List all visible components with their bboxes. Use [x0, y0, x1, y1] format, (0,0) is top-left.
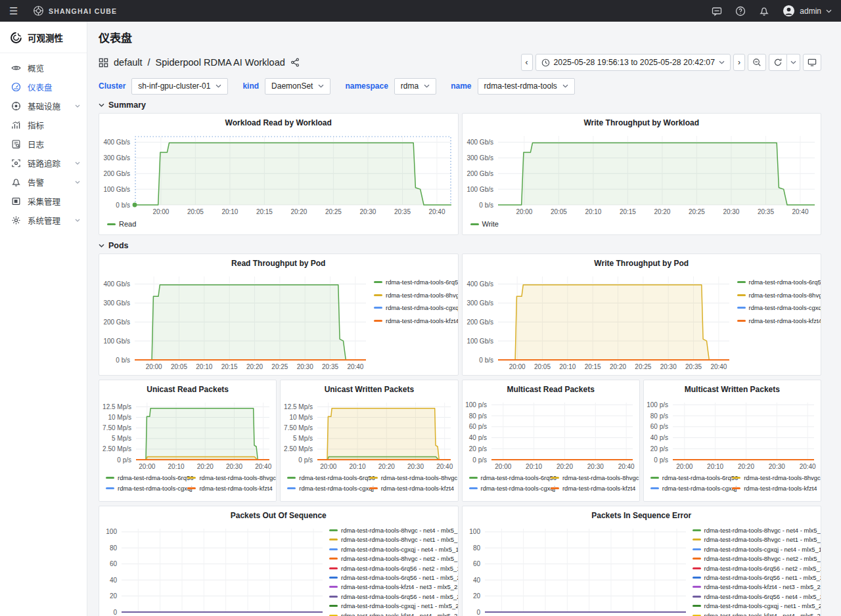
sidebar-item-dashboards[interactable]: 仪表盘 [0, 77, 87, 97]
notifications-bell-icon[interactable] [759, 6, 769, 16]
filter-namespace-dropdown[interactable]: rdma [394, 78, 436, 95]
legend-item[interactable]: rdma-test-rdma-tools-8hvgc [737, 292, 819, 299]
legend-item[interactable]: rdma-test-rdma-tools-8hvgc [187, 474, 269, 481]
legend-item[interactable]: rdma-test-rdma-tools-cgxqj [287, 485, 369, 492]
legend-item[interactable]: rdma-test-rdma-tools-cgxqj [106, 485, 187, 492]
legend-item[interactable]: rdma-test-rdma-tools-6rq56 - net1 - mlx5… [693, 574, 820, 581]
breadcrumb-folder[interactable]: default [114, 57, 143, 68]
panel-title[interactable]: Packets In Sequence Error [463, 510, 821, 523]
packets-out-of-sequence-chart[interactable]: 02040608010020:0020:0520:1020:1520:2020:… [99, 523, 329, 616]
legend-item[interactable]: rdma-test-rdma-tools-cgxqj - net1 - mlx5… [329, 602, 457, 609]
zoom-out-button[interactable] [748, 54, 766, 71]
legend-item[interactable]: rdma-test-rdma-tools-kfzt4 [737, 317, 819, 324]
legend-item[interactable]: Read [107, 220, 136, 228]
sidebar-item-overview[interactable]: 概览 [0, 58, 87, 77]
breadcrumb-dashboard-name[interactable]: Spiderpool RDMA AI Workload [156, 57, 285, 68]
panel-title[interactable]: Multicast Read Packets [463, 384, 639, 397]
legend-item[interactable]: rdma-test-rdma-tools-6rq56 [287, 474, 369, 481]
legend-item[interactable]: rdma-test-rdma-tools-kfzt4 - net3 - mlx5… [329, 583, 457, 590]
sidebar-item-system[interactable]: 系统管理 [0, 211, 87, 230]
panel-title[interactable]: Multicast Written Packets [644, 384, 821, 397]
filter-cluster-dropdown[interactable]: sh-inf-gpu-cluster-01 [131, 78, 228, 95]
workload-read-chart[interactable]: 0 b/s100 Gb/s200 Gb/s300 Gb/s400 Gb/s20:… [99, 130, 458, 217]
filter-kind-dropdown[interactable]: DaemonSet [265, 78, 330, 95]
filter-name-dropdown[interactable]: rdma-test-rdma-tools [478, 78, 575, 95]
section-summary[interactable]: Summary [99, 100, 821, 110]
share-icon[interactable] [290, 58, 300, 67]
legend-item[interactable]: rdma-test-rdma-tools-8hvgc [732, 474, 813, 481]
multicast-written-packets-chart[interactable]: 0 p/s20 p/s40 p/s60 p/s80 p/s100 p/s20:0… [644, 397, 821, 472]
legend-item[interactable]: rdma-test-rdma-tools-cgxqj [374, 304, 455, 311]
help-icon[interactable] [735, 6, 746, 16]
legend-item[interactable]: rdma-test-rdma-tools-8hvgc - net2 - mlx5… [329, 555, 457, 562]
legend-item[interactable]: rdma-test-rdma-tools-cgxqj - net4 - mlx5… [329, 546, 457, 553]
time-range-text: 2025-05-28 19:56:13 to 2025-05-28 20:42:… [554, 58, 715, 67]
sidebar-item-tracing[interactable]: 链路追踪 [0, 154, 87, 173]
legend-item[interactable]: rdma-test-rdma-tools-cgxqj [650, 485, 732, 492]
user-menu[interactable]: admin [783, 5, 832, 17]
legend-item[interactable]: rdma-test-rdma-tools-8hvgc - net1 - mlx5… [693, 536, 820, 543]
multicast-read-packets-chart[interactable]: 0 p/s20 p/s40 p/s60 p/s80 p/s100 p/s20:0… [463, 397, 639, 472]
legend-item[interactable]: rdma-test-rdma-tools-kfzt4 [187, 485, 269, 492]
legend-item[interactable]: rdma-test-rdma-tools-8hvgc - net4 - mlx5… [693, 527, 820, 534]
time-shift-forward-button[interactable]: › [733, 54, 745, 71]
legend-item[interactable]: rdma-test-rdma-tools-kfzt4 [369, 485, 451, 492]
panel-title[interactable]: Read Throughput by Pod [99, 257, 458, 271]
legend-item[interactable]: rdma-test-rdma-tools-6rq56 - net2 - mlx5… [693, 565, 820, 572]
legend-item[interactable]: rdma-test-rdma-tools-kfzt4 [551, 485, 632, 492]
panel-title[interactable]: Write Throughput by Pod [463, 257, 821, 271]
legend-item[interactable]: rdma-test-rdma-tools-6rq56 - net4 - mlx5… [693, 593, 820, 600]
refresh-interval-dropdown[interactable] [787, 54, 800, 71]
packets-in-sequence-error-chart[interactable]: 02040608010020:0020:0520:1020:1520:2020:… [463, 523, 693, 616]
legend-item[interactable]: rdma-test-rdma-tools-6rq56 - net4 - mlx5… [329, 593, 457, 600]
legend-item[interactable]: Write [470, 220, 499, 228]
legend-item[interactable]: rdma-test-rdma-tools-8hvgc [369, 474, 451, 481]
legend-item[interactable]: rdma-test-rdma-tools-6rq56 [106, 474, 187, 481]
legend-item[interactable]: rdma-test-rdma-tools-6rq56 - net1 - mlx5… [329, 574, 457, 581]
write-throughput-pod-chart[interactable]: 0 b/s100 Gb/s200 Gb/s300 Gb/s400 Gb/s20:… [463, 271, 736, 372]
legend-item[interactable]: rdma-test-rdma-tools-8hvgc - net1 - mlx5… [329, 536, 457, 543]
tv-mode-button[interactable] [803, 54, 821, 71]
panel-title[interactable]: Unicast Written Packets [281, 384, 457, 397]
legend-item[interactable]: rdma-test-rdma-tools-6rq56 [737, 278, 819, 286]
legend-item[interactable]: rdma-test-rdma-tools-kfzt4 - net4 - mlx5… [329, 612, 457, 616]
legend-item[interactable]: rdma-test-rdma-tools-8hvgc [551, 474, 632, 481]
message-icon[interactable] [712, 6, 722, 16]
unicast-written-packets-chart[interactable]: 0 p/s2.50 Mp/s5 Mp/s7.50 Mp/s10 Mp/s12.5… [281, 397, 457, 472]
legend-item[interactable]: rdma-test-rdma-tools-6rq56 [469, 474, 551, 481]
unicast-read-packets-chart[interactable]: 0 p/s2.50 Mp/s5 Mp/s7.50 Mp/s10 Mp/s12.5… [99, 397, 276, 472]
write-throughput-workload-chart[interactable]: 0 b/s100 Gb/s200 Gb/s300 Gb/s400 Gb/s20:… [463, 130, 821, 217]
sidebar-item-logs[interactable]: 日志 [0, 135, 87, 154]
time-range-picker[interactable]: 2025-05-28 19:56:13 to 2025-05-28 20:42:… [535, 54, 731, 71]
panel-title[interactable]: Packets Out Of Sequence [99, 510, 458, 523]
legend-item[interactable]: rdma-test-rdma-tools-kfzt4 - net3 - mlx5… [693, 583, 820, 590]
time-shift-back-button[interactable]: ‹ [521, 54, 533, 71]
legend-item[interactable]: rdma-test-rdma-tools-6rq56 [650, 474, 732, 481]
sidebar-item-alerts[interactable]: 告警 [0, 173, 87, 192]
refresh-button[interactable] [769, 54, 787, 71]
legend-item[interactable]: rdma-test-rdma-tools-6rq56 [374, 278, 455, 286]
legend-item[interactable]: rdma-test-rdma-tools-8hvgc - net4 - mlx5… [329, 527, 457, 534]
svg-text:300 Gb/s: 300 Gb/s [103, 299, 130, 307]
hamburger-menu-icon[interactable]: ☰ [9, 5, 25, 17]
legend-item[interactable]: rdma-test-rdma-tools-kfzt4 - net4 - mlx5… [693, 612, 820, 616]
svg-text:20:05: 20:05 [534, 363, 550, 370]
legend-item[interactable]: rdma-test-rdma-tools-cgxqj - net4 - mlx5… [693, 546, 820, 553]
section-pods[interactable]: Pods [99, 241, 821, 250]
legend-item[interactable]: rdma-test-rdma-tools-kfzt4 [374, 317, 455, 324]
legend-item[interactable]: rdma-test-rdma-tools-8hvgc - net2 - mlx5… [693, 555, 820, 562]
panel-title[interactable]: Workload Read by Workload [99, 117, 458, 130]
sidebar-item-infrastructure[interactable]: 基础设施 [0, 97, 87, 116]
breadcrumb[interactable]: default / Spiderpool RDMA AI Workload [99, 57, 300, 68]
legend-item[interactable]: rdma-test-rdma-tools-cgxqj - net1 - mlx5… [693, 602, 820, 609]
legend-item[interactable]: rdma-test-rdma-tools-cgxqj [737, 304, 819, 311]
legend-item[interactable]: rdma-test-rdma-tools-kfzt4 [732, 485, 813, 492]
legend-item[interactable]: rdma-test-rdma-tools-6rq56 - net2 - mlx5… [329, 565, 457, 572]
panel-title[interactable]: Unicast Read Packets [99, 384, 276, 397]
legend-item[interactable]: rdma-test-rdma-tools-8hvgc [374, 292, 455, 299]
read-throughput-pod-chart[interactable]: 0 b/s100 Gb/s200 Gb/s300 Gb/s400 Gb/s20:… [99, 271, 373, 372]
sidebar-item-metrics[interactable]: 指标 [0, 116, 87, 135]
sidebar-item-collection[interactable]: 采集管理 [0, 192, 87, 211]
panel-title[interactable]: Write Throughput by Workload [463, 117, 821, 130]
legend-item[interactable]: rdma-test-rdma-tools-cgxqj [469, 485, 551, 492]
